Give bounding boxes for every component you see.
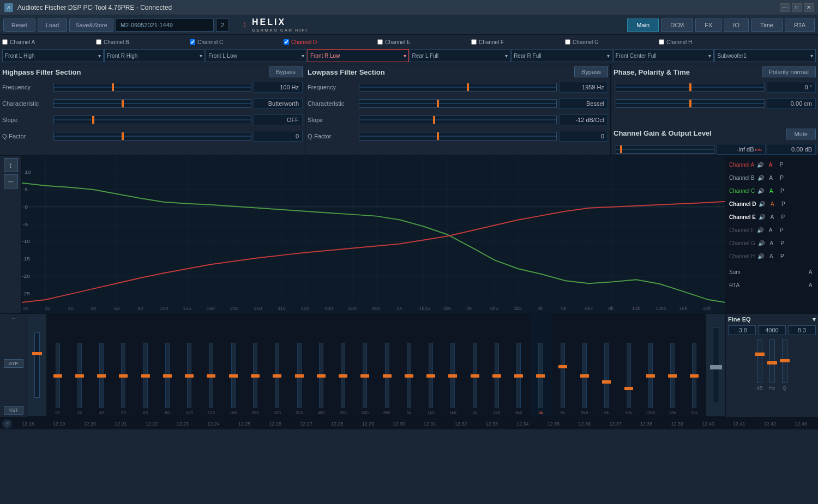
eq-band-10k[interactable]: 10k: [618, 314, 640, 416]
ch-a-p[interactable]: P: [777, 161, 786, 168]
fine-q-slider[interactable]: [782, 339, 787, 383]
channel-list-item-g[interactable]: Channel G 🔊 A P: [728, 236, 816, 250]
eq-band-12k5[interactable]: 12k5: [640, 314, 661, 416]
minimize-button[interactable]: —: [780, 3, 790, 12]
eq-reset-button[interactable]: RST: [4, 406, 23, 415]
eq-band-5k9[interactable]: 5k9: [574, 314, 596, 416]
ch-c-p[interactable]: P: [778, 187, 786, 195]
eq-band-500[interactable]: 500: [332, 314, 354, 416]
polarity-button[interactable]: Polarity normal: [762, 66, 816, 77]
eq-band-16k[interactable]: 16k: [661, 314, 683, 416]
eq-band-1k[interactable]: 1k: [398, 314, 420, 416]
channel-list-item-c[interactable]: Channel C 🔊 A P: [728, 184, 816, 197]
ch-b-badge[interactable]: A: [767, 174, 775, 181]
nav-dcm[interactable]: DCM: [661, 19, 693, 32]
channel-g-checkbox[interactable]: [565, 39, 570, 45]
channel-list-sum[interactable]: Sum A: [728, 265, 816, 278]
preset-name-input[interactable]: [116, 19, 214, 32]
phase-slider[interactable]: [616, 83, 765, 92]
eq-band-5k[interactable]: 5k: [552, 314, 574, 416]
mute-button[interactable]: Mute: [786, 129, 816, 139]
eq-band-400[interactable]: 400: [310, 314, 332, 416]
time-slider[interactable]: [616, 99, 765, 108]
channel-f-select[interactable]: Rear R Full▾: [511, 49, 612, 62]
eq-band-40[interactable]: 40: [91, 314, 113, 416]
channel-list-item-e[interactable]: Channel E 🔊 A P: [728, 210, 816, 223]
channel-c-checkbox[interactable]: [190, 39, 195, 45]
eq-band-50[interactable]: 50: [113, 314, 135, 416]
eq-band-100[interactable]: 100: [179, 314, 201, 416]
eq-band-63[interactable]: 63: [135, 314, 157, 416]
hp-char-slider[interactable]: [53, 99, 251, 108]
channel-list-rta[interactable]: RTA A: [728, 278, 816, 292]
eq-band-1k2[interactable]: 1k2: [420, 314, 442, 416]
eq-band-125[interactable]: 125: [201, 314, 222, 416]
ch-g-badge[interactable]: A: [767, 239, 776, 247]
lp-slope-slider[interactable]: [359, 116, 557, 124]
hp-freq-slider[interactable]: [53, 83, 251, 92]
rta-badge[interactable]: A: [806, 281, 815, 289]
ch-d-badge[interactable]: A: [768, 200, 777, 208]
ch-g-p[interactable]: P: [778, 239, 787, 247]
fine-eq-expand[interactable]: ▾: [813, 316, 816, 323]
eq-band-250[interactable]: 250: [267, 314, 288, 416]
eq-band-160[interactable]: 160: [222, 314, 244, 416]
eq-band-3k2[interactable]: 3k2: [508, 314, 530, 416]
save-button[interactable]: Save&Store: [69, 19, 113, 32]
channel-list-item-a[interactable]: Channel A 🔊 A P: [728, 158, 816, 171]
lowpass-bypass-button[interactable]: Bypass: [574, 66, 608, 77]
ch-f-p[interactable]: P: [777, 226, 786, 234]
eq-band-32[interactable]: 32: [69, 314, 91, 416]
channel-list-item-h[interactable]: Channel H 🔊 A P: [728, 250, 816, 263]
hp-q-slider[interactable]: [53, 132, 251, 141]
nav-main[interactable]: Main: [627, 19, 659, 32]
gain-slider[interactable]: [616, 145, 714, 154]
channel-a-checkbox[interactable]: [2, 39, 8, 45]
channel-h-checkbox[interactable]: [659, 39, 664, 45]
ch-c-badge[interactable]: A: [767, 187, 775, 195]
sum-badge[interactable]: A: [806, 268, 815, 276]
channel-d-checkbox[interactable]: [284, 39, 289, 45]
channel-e-checkbox[interactable]: [377, 39, 383, 45]
nav-fx[interactable]: FX: [695, 19, 721, 32]
eq-master-band[interactable]: [27, 314, 47, 416]
ch-e-badge[interactable]: A: [768, 213, 777, 221]
eq-band-4k[interactable]: 4k: [530, 314, 552, 416]
nav-time[interactable]: Time: [751, 19, 783, 32]
maximize-button[interactable]: □: [792, 3, 802, 12]
fine-db-slider[interactable]: [757, 339, 762, 383]
ch-h-badge[interactable]: A: [767, 252, 775, 260]
channel-b-checkbox[interactable]: [96, 39, 101, 45]
channel-c-select[interactable]: Front L Low▾: [206, 49, 307, 62]
channel-f-checkbox[interactable]: [471, 39, 477, 45]
nav-rta[interactable]: RTA: [785, 19, 815, 32]
lp-q-slider[interactable]: [359, 132, 557, 141]
eq-band-67[interactable]: 67: [47, 314, 69, 416]
eq-band-2k5[interactable]: 2k5: [486, 314, 508, 416]
channel-list-item-f[interactable]: Channel F 🔊 A P: [728, 223, 816, 236]
eq-band-800[interactable]: 800: [376, 314, 398, 416]
eq-band-20k[interactable]: 20k: [684, 314, 706, 416]
eq-band-1k6[interactable]: 1k6: [442, 314, 464, 416]
ch-a-badge[interactable]: A: [766, 161, 775, 168]
eq-band-315[interactable]: 315: [288, 314, 310, 416]
eq-band-80[interactable]: 80: [157, 314, 178, 416]
lp-char-slider[interactable]: [359, 99, 557, 108]
channel-d-select[interactable]: Front R Low▾: [308, 49, 409, 62]
ch-h-p[interactable]: P: [778, 252, 786, 260]
highpass-bypass-button[interactable]: Bypass: [269, 66, 303, 77]
ch-e-p[interactable]: P: [779, 213, 787, 221]
lp-freq-slider[interactable]: [359, 83, 557, 92]
ch-d-p[interactable]: P: [779, 200, 787, 208]
zoom-out-button[interactable]: ↔: [4, 174, 18, 189]
eq-band-200[interactable]: 200: [244, 314, 266, 416]
close-button[interactable]: ✕: [804, 3, 814, 12]
nav-io[interactable]: IO: [724, 19, 749, 32]
zoom-in-button[interactable]: ↕: [4, 158, 18, 172]
eq-band-630[interactable]: 630: [354, 314, 376, 416]
fine-hz-slider[interactable]: [769, 339, 775, 383]
channel-b-select[interactable]: Front R High▾: [104, 49, 206, 62]
eq-bypass-button[interactable]: BYP: [4, 359, 23, 368]
hp-slope-slider[interactable]: [53, 116, 251, 124]
channel-a-select[interactable]: Front L High▾: [2, 49, 104, 62]
